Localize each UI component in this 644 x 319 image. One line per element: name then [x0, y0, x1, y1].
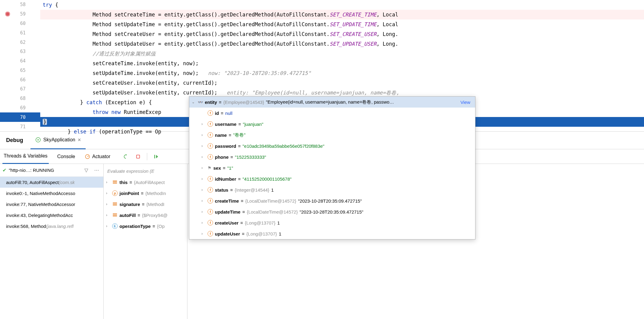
- code-line: try {: [40, 0, 644, 10]
- inspect-field-row[interactable]: ›fcreateUser = {Long@13707} 1: [189, 217, 475, 228]
- chevron-icon[interactable]: ›: [201, 221, 206, 225]
- code-line: Method setUpdateUser = entity.getClass()…: [40, 39, 644, 49]
- chevron-icon[interactable]: ›: [106, 191, 110, 195]
- gutter-line[interactable]: 69: [0, 103, 40, 113]
- svg-rect-3: [154, 155, 155, 158]
- svg-rect-2: [137, 155, 140, 158]
- gutter-line[interactable]: 64: [0, 56, 40, 66]
- field-icon: f: [208, 121, 213, 127]
- field-icon: f: [208, 220, 213, 225]
- code-line: Method setUpdateTime = entity.getClass()…: [40, 19, 644, 29]
- breakpoint-icon[interactable]: [5, 12, 10, 16]
- view-link[interactable]: View: [461, 100, 473, 105]
- code-line: setUpdateTime.invoke(entity, now); now: …: [40, 68, 644, 78]
- chevron-icon[interactable]: ›: [106, 180, 110, 184]
- stack-frame[interactable]: invoke:568, Method (java.lang.refl: [0, 221, 103, 232]
- resume-button[interactable]: [153, 153, 159, 160]
- watch-icon: 👓: [198, 100, 203, 105]
- gutter-line[interactable]: 71: [0, 122, 40, 131]
- evaluate-input[interactable]: Evaluate expression (E: [104, 165, 187, 177]
- chevron-icon[interactable]: ›: [201, 122, 206, 126]
- gutter-line[interactable]: 63: [0, 47, 40, 56]
- rerun-button[interactable]: [123, 153, 129, 160]
- chevron-icon[interactable]: ›: [106, 224, 110, 228]
- inspect-header[interactable]: ⌄ 👓 entity = {Employee@14543} "Employee(…: [189, 97, 475, 108]
- inspect-field-row[interactable]: ›fstatus = {Integer@14544} 1: [189, 184, 475, 195]
- chevron-icon[interactable]: ›: [201, 232, 206, 236]
- inspect-field-row[interactable]: ›fusername = "juanjuan": [189, 119, 475, 129]
- tab-threads-variables[interactable]: Threads & Variables: [2, 149, 49, 164]
- stack-frame[interactable]: invoke:77, NativeMethodAccessor: [0, 199, 103, 210]
- gutter-line[interactable]: 66: [0, 75, 40, 84]
- object-icon: [112, 180, 118, 184]
- chevron-icon[interactable]: ›: [201, 133, 206, 137]
- code-line: setCreateUser.invoke(entity, currentId);: [40, 78, 644, 88]
- chevron-icon[interactable]: ›: [106, 213, 110, 217]
- variable-inspect-popup: ⌄ 👓 entity = {Employee@14543} "Employee(…: [189, 96, 475, 239]
- field-icon: f: [208, 198, 213, 204]
- code-line: setCreateTime.invoke(entity, now);: [40, 58, 644, 68]
- chevron-icon[interactable]: ›: [201, 166, 206, 170]
- inspect-field-row[interactable]: ›fpassword = "e10adc3949ba59abbe56e057f2…: [189, 140, 475, 151]
- inspect-field-row[interactable]: ›fphone = "15225333333": [189, 151, 475, 162]
- chevron-icon[interactable]: ›: [201, 144, 206, 148]
- more-icon[interactable]: ⋯: [92, 167, 101, 173]
- inspect-field-row[interactable]: ›fupdateTime = {LocalDateTime@14572} "20…: [189, 206, 475, 217]
- gutter-line[interactable]: 65: [0, 66, 40, 75]
- stack-frame[interactable]: autoFill:70, AutoFillAspect (com.sk: [0, 177, 103, 188]
- stack-frame[interactable]: invoke0:-1, NativeMethodAccesso: [0, 188, 103, 199]
- chevron-icon[interactable]: ›: [201, 188, 206, 192]
- inspect-field-row[interactable]: ›fname = "卷卷": [189, 129, 475, 140]
- object-icon: [112, 202, 118, 206]
- stack-frame[interactable]: invoke:43, DelegatingMethodAcc: [0, 210, 103, 221]
- variable-row[interactable]: ›pjoinPoint = {MethodIn: [104, 188, 187, 199]
- gutter-line[interactable]: 58: [0, 0, 40, 9]
- variable-row[interactable]: ›EoperationType = {Op: [104, 221, 187, 232]
- code-line: Method setCreateUser = entity.getClass()…: [40, 29, 644, 39]
- inspect-field-row[interactable]: fid = null: [189, 108, 475, 119]
- gutter-line[interactable]: 68: [0, 94, 40, 103]
- gutter-line-active[interactable]: 70: [0, 112, 40, 122]
- thread-status[interactable]: "http-nio…: RUNNING: [9, 168, 80, 173]
- gutter-line[interactable]: 59: [0, 9, 40, 19]
- run-config-icon: [35, 137, 41, 143]
- code-line: //通过反射为对象属性赋值: [40, 49, 644, 58]
- chevron-icon[interactable]: ›: [201, 199, 206, 203]
- inspect-field-row[interactable]: ›⚑sex = "1": [189, 162, 475, 173]
- field-icon: f: [208, 143, 213, 149]
- tab-console[interactable]: Console: [56, 154, 76, 159]
- chevron-icon[interactable]: ›: [201, 177, 206, 181]
- stop-button[interactable]: [135, 153, 141, 160]
- flag-icon: ⚑: [208, 165, 212, 170]
- filter-icon[interactable]: ▽: [83, 167, 90, 173]
- variable-row[interactable]: ›signature = {MethodI: [104, 199, 187, 210]
- field-icon: f: [208, 231, 213, 236]
- close-tab-icon[interactable]: ×: [78, 137, 81, 143]
- chevron-icon[interactable]: ›: [106, 202, 110, 206]
- gutter-line[interactable]: 61: [0, 28, 40, 37]
- chevron-down-icon[interactable]: ⌄: [192, 100, 196, 104]
- tab-actuator[interactable]: Actuator: [84, 154, 112, 159]
- check-icon: ✔: [2, 167, 6, 173]
- inspect-field-row[interactable]: ›fidNumber = "411525200001105678": [189, 173, 475, 184]
- chevron-icon[interactable]: ›: [201, 210, 206, 214]
- gutter-line[interactable]: 62: [0, 37, 40, 47]
- gutter: 58 59 60 61 62 63 64 65 66 67 68 69 70 7…: [0, 0, 40, 131]
- variable-row[interactable]: ›autoFill = {$Proxy94@: [104, 210, 187, 221]
- code-line: Method setCreateTime = entity.getClass()…: [40, 10, 644, 19]
- field-icon: f: [208, 110, 213, 116]
- actuator-icon: [85, 154, 90, 159]
- inspect-field-row[interactable]: ›fcreateTime = {LocalDateTime@14572} "20…: [189, 195, 475, 206]
- gutter-line[interactable]: 60: [0, 19, 40, 28]
- field-icon: f: [208, 187, 213, 193]
- variable-row[interactable]: ›this = {AutoFillAspect: [104, 177, 187, 188]
- inspect-field-row[interactable]: ›fupdateUser = {Long@13707} 1: [189, 228, 475, 239]
- chevron-icon[interactable]: ›: [201, 155, 206, 159]
- param-icon: p: [112, 190, 118, 196]
- variables-column: Evaluate expression (E ›this = {AutoFill…: [104, 164, 187, 319]
- field-icon: f: [208, 132, 213, 138]
- gutter-line[interactable]: 67: [0, 84, 40, 94]
- field-icon: f: [208, 176, 213, 182]
- field-icon: f: [208, 209, 213, 214]
- frames-column: ✔ "http-nio…: RUNNING ▽ ⋯ autoFill:70, A…: [0, 164, 104, 319]
